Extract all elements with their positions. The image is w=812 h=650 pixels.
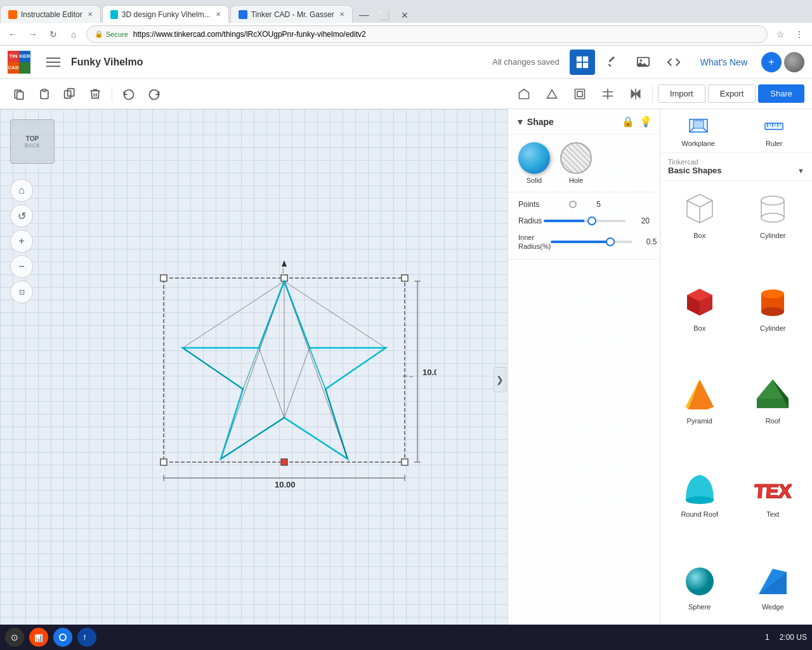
shape-item-pyramid[interactable]: Pyramid [665, 371, 734, 459]
light-button[interactable]: 💡 [639, 116, 652, 128]
avatar[interactable] [784, 52, 804, 72]
solid-type[interactable]: Solid [518, 142, 550, 184]
address-input[interactable]: 🔒 Secure https://www.tinkercad.com/thing… [86, 25, 768, 43]
taskbar-app-1[interactable]: 📊 [29, 628, 48, 647]
shape-cylinder-wire-label: Cylinder [760, 232, 785, 239]
lock-button[interactable]: 🔒 [622, 116, 634, 128]
address-bar: ← → ↻ ⌂ 🔒 Secure https://www.tinkercad.c… [0, 23, 812, 46]
shape-collapse-icon[interactable]: ▼ [516, 117, 525, 127]
shape-item-cylinder-wire[interactable]: Cylinder [739, 186, 808, 274]
logo-cell-tin: TIN [8, 51, 19, 62]
rotate-button[interactable]: ↺ [10, 204, 33, 227]
forward-button[interactable]: → [25, 27, 41, 42]
trash-icon [89, 88, 102, 100]
zoom-out-button[interactable]: − [10, 255, 33, 278]
radius-slider[interactable] [544, 220, 625, 222]
delete-button[interactable] [84, 83, 107, 105]
shape-title: Shape [527, 117, 554, 127]
duplicate-button[interactable] [58, 83, 81, 105]
svg-line-52 [310, 348, 325, 389]
redo-button[interactable] [143, 83, 166, 105]
tab-tinkercad-gasser[interactable]: Tinker CAD - Mr. Gasser ✕ [230, 5, 353, 23]
perspective-button[interactable] [540, 83, 563, 105]
tab-close-2[interactable]: ✕ [216, 11, 221, 18]
minimize-button[interactable]: — [357, 8, 372, 23]
add-user-button[interactable]: + [761, 52, 782, 72]
cylinder-orange-icon [754, 284, 792, 322]
build-button[interactable] [600, 50, 625, 75]
share-button[interactable]: Share [758, 84, 804, 103]
star-shape-svg[interactable]: ↔ ↕ [157, 259, 436, 500]
hole-type[interactable]: Hole [560, 142, 592, 184]
align-button[interactable] [596, 83, 619, 105]
app3-icon: f [81, 632, 93, 643]
zoom-in-button[interactable]: + [10, 230, 33, 253]
bookmark-button[interactable]: ☆ [773, 27, 788, 42]
tab-tinkercad-design[interactable]: 3D design Funky Vihelm... ✕ [102, 5, 229, 23]
refresh-button[interactable]: ↻ [46, 27, 61, 42]
export-button[interactable]: Export [708, 84, 756, 103]
home-view-nav-button[interactable]: ⌂ [10, 179, 33, 202]
home-button[interactable]: ⌂ [66, 27, 81, 42]
fit-button[interactable]: ⊡ [10, 281, 33, 303]
grid-view-button[interactable] [570, 50, 595, 75]
taskbar-app-2[interactable] [53, 628, 72, 647]
menu-button[interactable] [41, 50, 66, 75]
start-button[interactable]: ⊙ [5, 628, 24, 647]
inner-radius-slider[interactable] [551, 241, 632, 243]
close-button[interactable]: ✕ [397, 8, 412, 23]
shape-item-round-roof[interactable]: Round Roof [665, 465, 734, 552]
shape-item-cylinder-orange[interactable]: Cylinder [739, 279, 808, 366]
svg-text:↕: ↕ [281, 266, 285, 275]
secure-badge: 🔒 [95, 30, 103, 38]
back-button[interactable]: ← [5, 27, 20, 42]
library-dropdown-button[interactable]: ▼ [797, 167, 804, 175]
menu-icon [46, 55, 60, 69]
copy-icon [13, 88, 25, 100]
save-status: All changes saved [492, 57, 560, 67]
tab-close-1[interactable]: ✕ [88, 11, 93, 18]
hole-sphere [560, 142, 592, 174]
svg-rect-27 [281, 459, 287, 465]
svg-point-94 [686, 496, 714, 504]
shape-text-label: Text [766, 510, 779, 518]
copy-button[interactable] [8, 83, 30, 105]
tab-close-3[interactable]: ✕ [339, 11, 344, 18]
paste-icon [38, 88, 51, 100]
workplane-button[interactable]: Workplane [660, 109, 737, 152]
taskbar-app-3[interactable]: f [77, 628, 96, 647]
maximize-button[interactable]: ⬜ [377, 8, 392, 23]
svg-line-47 [183, 348, 243, 389]
collapse-panel-arrow[interactable]: ❯ [494, 367, 506, 392]
code-button[interactable] [661, 50, 686, 75]
view-cube-display[interactable]: TOP BACK [10, 119, 55, 164]
settings-button[interactable]: ⋮ [792, 27, 807, 42]
points-row: Points 5 [518, 200, 650, 209]
mirror-button[interactable] [624, 83, 647, 105]
frame-icon [573, 88, 586, 100]
library-title: Basic Shapes [668, 166, 722, 175]
home-view-button[interactable] [513, 83, 535, 105]
tab-instructable[interactable]: Instructable Editor ✕ [0, 5, 101, 23]
shape-item-box-red[interactable]: Box [665, 279, 734, 366]
import-button[interactable]: Import [658, 84, 705, 103]
inner-radius-row: InnerRadius(%) 0.5 [518, 233, 650, 251]
whats-new-button[interactable]: What's New [691, 53, 756, 71]
svg-rect-6 [583, 62, 588, 67]
toolbar: Import Export Share [0, 79, 812, 109]
undo-button[interactable] [117, 83, 140, 105]
gallery-button[interactable] [631, 50, 656, 75]
frame-button[interactable] [568, 83, 591, 105]
taskbar: ⊙ 📊 f 1 2:00 US [0, 625, 812, 650]
paste-button[interactable] [33, 83, 56, 105]
shape-item-roof[interactable]: Roof [739, 371, 808, 459]
tab-bar: Instructable Editor ✕ 3D design Funky Vi… [0, 0, 812, 23]
svg-line-36 [284, 281, 348, 459]
shape-item-box-wire[interactable]: Box [665, 186, 734, 274]
mirror-icon [629, 88, 642, 100]
canvas-area[interactable]: TOP BACK ⌂ ↺ + − ⊡ [0, 109, 660, 650]
gallery-icon [636, 55, 650, 69]
shape-item-text[interactable]: TEXT Text [739, 465, 808, 552]
ruler-button[interactable]: Ruler [737, 109, 813, 152]
view-cube[interactable]: TOP BACK [10, 119, 61, 170]
